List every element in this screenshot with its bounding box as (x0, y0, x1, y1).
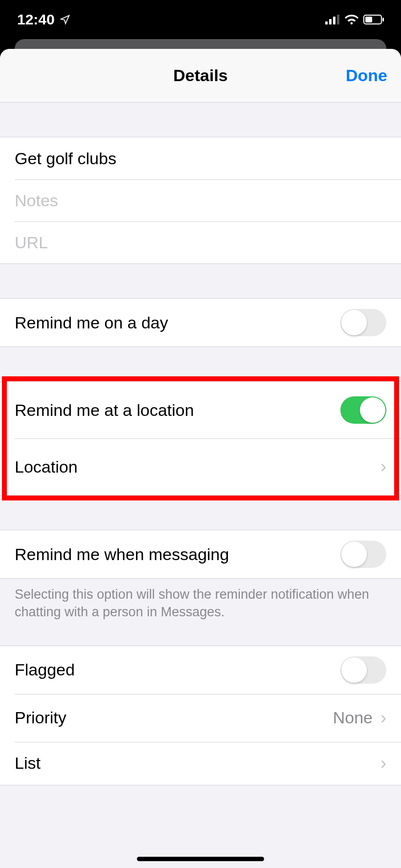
remind-messaging-toggle[interactable] (340, 541, 386, 568)
url-field[interactable]: URL (0, 221, 401, 263)
notes-placeholder: Notes (15, 191, 386, 210)
flagged-row[interactable]: Flagged (0, 646, 401, 694)
status-time: 12:40 (17, 11, 55, 28)
remind-messaging-row[interactable]: Remind me when messaging (0, 530, 401, 578)
flagged-group: Flagged Priority None › List › (0, 646, 401, 785)
battery-icon (363, 15, 384, 24)
priority-label: Priority (15, 708, 333, 727)
flagged-toggle[interactable] (340, 656, 386, 684)
svg-rect-6 (382, 18, 384, 22)
notes-field[interactable]: Notes (0, 179, 401, 221)
details-sheet: Details Done Get golf clubs Notes URL Re… (0, 49, 401, 868)
svg-rect-1 (329, 19, 332, 24)
remind-messaging-label: Remind me when messaging (15, 545, 340, 564)
chevron-right-icon: › (380, 708, 386, 728)
svg-rect-0 (325, 22, 328, 24)
list-label: List (15, 754, 378, 773)
remind-day-group: Remind me on a day (0, 298, 401, 347)
priority-row[interactable]: Priority None › (0, 694, 401, 742)
remind-day-label: Remind me on a day (15, 313, 340, 332)
remind-day-row[interactable]: Remind me on a day (0, 299, 401, 347)
remind-messaging-group: Remind me when messaging (0, 530, 401, 579)
status-left: 12:40 (17, 11, 70, 28)
done-button[interactable]: Done (346, 66, 387, 85)
sheet-background (0, 39, 401, 49)
reminder-title: Get golf clubs (15, 149, 386, 168)
wifi-icon (345, 15, 358, 24)
nav-title: Details (173, 66, 228, 85)
location-label: Location (15, 457, 378, 477)
location-row[interactable]: Location › (0, 438, 401, 495)
cellular-icon (325, 15, 340, 24)
status-right (325, 15, 384, 24)
status-bar: 12:40 (0, 0, 401, 39)
nav-bar: Details Done (0, 49, 401, 103)
home-indicator[interactable] (137, 857, 264, 861)
remind-location-toggle[interactable] (340, 396, 386, 424)
list-row[interactable]: List › (0, 742, 401, 785)
svg-rect-5 (365, 17, 372, 22)
priority-value: None (333, 708, 373, 727)
svg-rect-2 (333, 17, 335, 24)
remind-location-label: Remind me at a location (15, 401, 340, 420)
remind-location-row[interactable]: Remind me at a location (0, 382, 401, 438)
title-group: Get golf clubs Notes URL (0, 137, 401, 264)
url-placeholder: URL (15, 233, 386, 252)
messaging-footer: Selecting this option will show the remi… (0, 579, 401, 631)
remind-day-toggle[interactable] (340, 309, 386, 336)
location-icon (60, 14, 70, 25)
chevron-right-icon: › (380, 753, 386, 774)
title-field[interactable]: Get golf clubs (0, 137, 401, 179)
remind-location-group: Remind me at a location Location › (0, 381, 401, 496)
chevron-right-icon: › (380, 456, 386, 477)
svg-rect-3 (337, 15, 339, 24)
flagged-label: Flagged (15, 660, 340, 679)
